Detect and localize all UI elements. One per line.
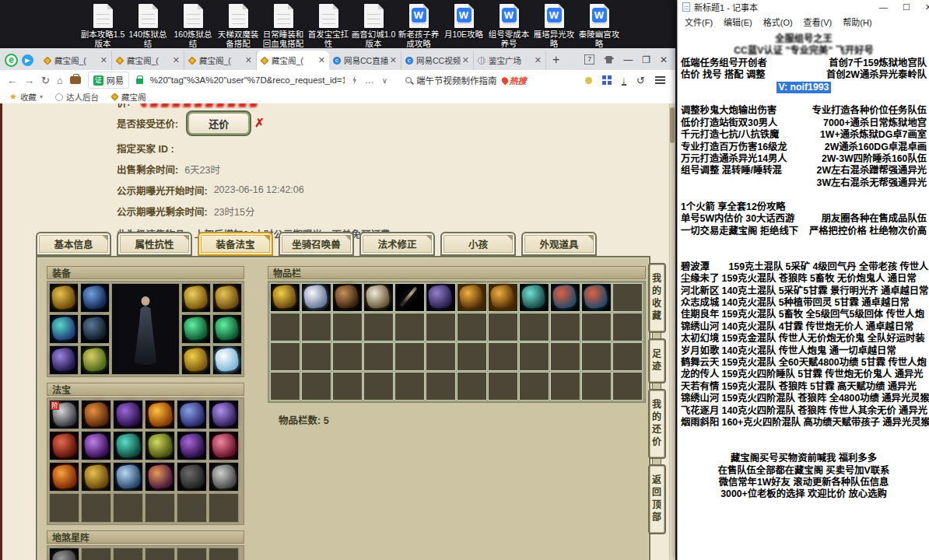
fabao-slot[interactable]	[177, 431, 207, 460]
side-tab-我的收藏[interactable]: 我的收藏	[648, 263, 666, 333]
item-slot[interactable]	[332, 313, 363, 341]
fabao-slot[interactable]	[209, 400, 239, 429]
fabao-slot[interactable]	[209, 462, 239, 492]
tab-close-icon[interactable]: ✕	[317, 55, 325, 65]
browser-tab[interactable]: 藏宝阁_(✕	[184, 51, 257, 70]
item-slot[interactable]	[488, 372, 518, 401]
item-slot[interactable]	[301, 342, 331, 371]
browser-tab[interactable]: C网易CC直播✕	[329, 51, 401, 70]
browser-tab[interactable]: C网易CC视频✕	[401, 51, 474, 70]
more-extensions-icon[interactable]: …	[365, 75, 375, 86]
menu-文件(F)[interactable]: 文件(F)	[680, 16, 717, 28]
fabao-slot[interactable]	[81, 431, 111, 460]
disha-slot[interactable]	[113, 548, 143, 560]
close-button[interactable]: ✕	[660, 55, 668, 65]
restore-tabs-icon[interactable]: ↺	[636, 75, 645, 86]
tab-小孩[interactable]: 小孩	[440, 232, 516, 256]
disha-slot[interactable]	[209, 548, 239, 560]
desktop-icon[interactable]: 月10E攻略	[441, 4, 486, 48]
item-slot[interactable]	[550, 372, 580, 401]
menu-编辑(E)[interactable]: 编辑(E)	[719, 16, 757, 28]
item-slot[interactable]	[519, 342, 549, 371]
item-slot[interactable]	[581, 342, 612, 371]
scrollbar-thumb[interactable]	[670, 107, 675, 143]
minimize-button[interactable]: —	[623, 55, 633, 65]
item-slot[interactable]	[332, 372, 363, 401]
item-slot[interactable]	[519, 372, 549, 401]
fabao-slot[interactable]	[209, 493, 239, 523]
tab-坐骑召唤兽[interactable]: 坐骑召唤兽	[279, 232, 354, 256]
menu-icon[interactable]	[655, 76, 665, 78]
item-slot[interactable]	[581, 283, 612, 312]
tab-close-icon[interactable]: ✕	[171, 55, 180, 65]
fabao-slot[interactable]	[81, 400, 111, 429]
fabao-slot[interactable]	[113, 493, 143, 523]
item-slot[interactable]	[426, 342, 456, 371]
equip-slot[interactable]	[212, 314, 242, 344]
equip-slot[interactable]	[212, 345, 242, 375]
fabao-slot[interactable]: 阶	[49, 400, 79, 429]
chevron-down-icon[interactable]: ∨	[382, 76, 387, 85]
browser-tab[interactable]: 藏宝阁_(✕	[112, 51, 184, 70]
toolbox-icon[interactable]	[70, 76, 81, 84]
bookmark-item[interactable]: 藏宝阁	[111, 91, 146, 103]
fabao-slot[interactable]	[113, 431, 143, 460]
equip-slot[interactable]	[80, 345, 110, 375]
forward-button[interactable]: →	[24, 75, 34, 86]
apps-grid-icon[interactable]	[602, 75, 606, 79]
notepad-text-area[interactable]: 全服组号之王CC蓝V认证 "专业完美" 飞开好号低端任务组号开创者首创7千159…	[678, 29, 929, 501]
maximize-button[interactable]: ❐	[642, 55, 650, 65]
item-slot[interactable]	[426, 313, 456, 341]
item-slot[interactable]	[612, 372, 643, 401]
pinned-app-icon[interactable]	[22, 54, 33, 66]
bookmark-item[interactable]: 达人后台	[55, 91, 99, 103]
item-slot[interactable]	[332, 283, 363, 312]
item-slot[interactable]	[270, 372, 300, 401]
fabao-slot[interactable]	[145, 400, 175, 429]
item-slot[interactable]	[270, 342, 300, 371]
fabao-slot[interactable]	[113, 400, 143, 429]
menu-查看(V)[interactable]: 查看(V)	[799, 16, 837, 28]
search-suggestion[interactable]: 端午节视频制作指南	[416, 74, 497, 86]
equip-slot[interactable]	[49, 314, 79, 344]
disha-slot[interactable]	[177, 548, 207, 560]
menu-帮助(H)[interactable]: 帮助(H)	[838, 16, 876, 28]
item-slot[interactable]	[270, 283, 300, 312]
item-slot[interactable]	[488, 313, 518, 341]
extension-count-badge[interactable]: 7	[584, 54, 594, 65]
item-slot[interactable]	[457, 372, 487, 401]
tab-外观道具[interactable]: 外观道具	[521, 232, 597, 256]
url-text[interactable]: %20"tag"%3A%20"user"%7D&reco_request_id=…	[150, 75, 345, 85]
item-slot[interactable]	[394, 342, 425, 371]
item-slot[interactable]	[394, 313, 425, 341]
item-slot[interactable]	[363, 372, 394, 401]
item-slot[interactable]	[581, 313, 612, 341]
tab-法术修正[interactable]: 法术修正	[359, 232, 435, 256]
fabao-slot[interactable]	[145, 431, 175, 460]
fabao-slot[interactable]	[209, 431, 239, 460]
desktop-icon[interactable]: 秦陵幽宫攻略	[577, 4, 622, 48]
browser-tab[interactable]: 藏宝阁_(✕	[257, 51, 329, 70]
side-tab-返回顶部[interactable]: 返回顶部	[648, 464, 666, 534]
fabao-slot[interactable]	[113, 462, 143, 492]
tab-close-icon[interactable]: ✕	[388, 55, 397, 65]
disha-slot[interactable]	[81, 548, 111, 560]
fabao-slot[interactable]	[177, 493, 207, 523]
equip-slot[interactable]	[181, 283, 211, 313]
item-slot[interactable]	[457, 342, 487, 371]
browser-tab[interactable]: 鉴宝广场✕	[474, 51, 546, 70]
tab-装备法宝[interactable]: 装备法宝	[198, 232, 273, 256]
equip-slot[interactable]	[181, 345, 211, 375]
side-tab-足迹[interactable]: 足迹	[648, 338, 666, 383]
tab-close-icon[interactable]: ✕	[244, 55, 252, 65]
back-button[interactable]: ←	[7, 75, 17, 86]
fabao-slot[interactable]	[49, 493, 79, 523]
item-slot[interactable]	[457, 283, 487, 312]
item-slot[interactable]	[457, 313, 487, 341]
fabao-slot[interactable]	[145, 493, 175, 523]
desktop-icon[interactable]: 雁塔异光攻略	[531, 4, 577, 48]
item-slot[interactable]	[519, 313, 549, 341]
item-slot[interactable]	[612, 283, 643, 312]
browser-logo-icon[interactable]: e	[5, 54, 18, 67]
hot-search-badge[interactable]: 热搜	[502, 74, 527, 86]
